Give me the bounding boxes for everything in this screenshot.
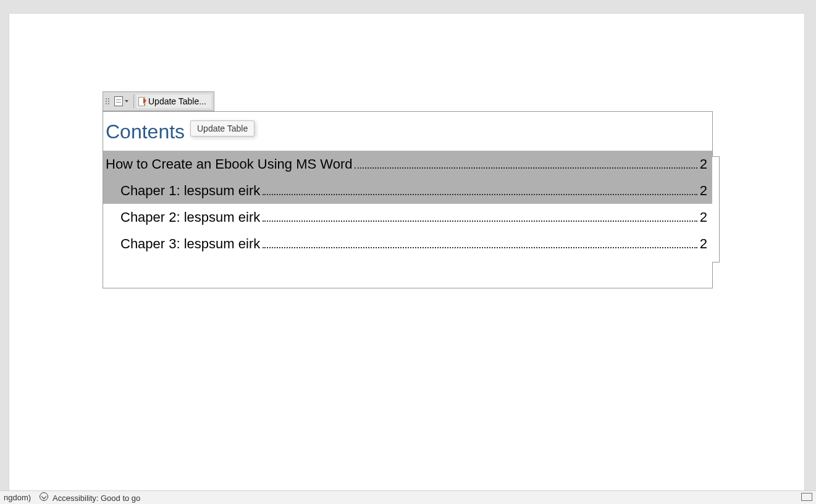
toc-right-tab [712,156,720,262]
toc-entry-page: 2 [700,207,707,227]
accessibility-text: Accessibility: Good to go [53,494,140,503]
toc-options-button[interactable] [112,95,131,107]
update-table-button[interactable]: ! Update Table... [137,94,211,108]
toc-entry-text: Chaper 3: lespsum eirk [120,233,260,254]
toc-entry[interactable]: Chaper 1: lespsum eirk 2 [103,177,712,204]
read-mode-icon[interactable] [801,493,812,500]
update-table-label: Update Table... [148,96,206,106]
toc-entry-page: 2 [700,233,707,254]
toc-mini-toolbar: ! Update Table... [103,91,214,111]
toc-entry[interactable]: Chaper 2: lespsum eirk 2 [103,204,712,230]
toc-leader-dots [263,194,697,195]
accessibility-icon [40,492,48,501]
toc-entry-page: 2 [700,154,707,174]
toc-leader-dots [263,247,697,248]
toc-body: Contents How to Create an Ebook Using MS… [103,111,713,288]
toc-leader-dots [263,220,697,222]
document-page: ! Update Table... Contents How to Create… [9,14,804,490]
toolbar-divider [133,94,134,108]
update-page-icon: ! [138,97,145,106]
toc-entry[interactable]: Chaper 3: lespsum eirk 2 [103,230,712,257]
toc-entry[interactable]: How to Create an Ebook Using MS Word 2 [103,151,712,177]
status-bar: ngdom) Accessibility: Good to go [0,490,816,504]
toc-leader-dots [355,167,697,169]
status-accessibility[interactable]: Accessibility: Good to go [40,492,140,503]
status-right [801,493,812,502]
toc-entry-text: Chaper 1: lespsum eirk [120,180,260,201]
update-table-tooltip: Update Table [190,120,254,136]
toolbar-grip-icon [106,98,109,104]
chevron-down-icon [125,100,128,103]
toc-entry-page: 2 [700,180,707,201]
document-icon [114,96,123,106]
toc-entry-text: Chaper 2: lespsum eirk [120,207,260,227]
tooltip-text: Update Table [197,124,248,133]
status-language[interactable]: ngdom) [4,493,31,502]
toc-entry-text: How to Create an Ebook Using MS Word [106,154,352,174]
